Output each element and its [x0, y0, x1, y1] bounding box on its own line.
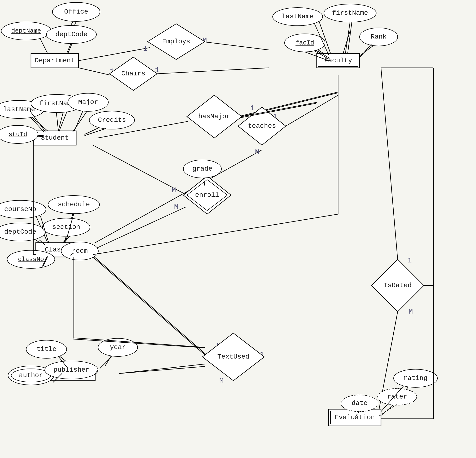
employs-label: Employs [162, 38, 190, 45]
svg-text:M: M [219, 377, 224, 385]
room-label: room [72, 247, 88, 255]
svg-line-98 [93, 214, 338, 255]
svg-line-104 [74, 338, 205, 347]
stu-lastname-label: lastName [3, 106, 35, 113]
svg-line-107 [119, 364, 205, 374]
hasmajor-label: hasMajor [198, 113, 230, 120]
svg-line-67 [360, 44, 372, 58]
svg-line-24 [95, 150, 262, 243]
student-label: Student [41, 134, 69, 142]
svg-line-106 [73, 339, 205, 348]
schedule-label: schedule [58, 201, 90, 208]
grade-label: grade [192, 165, 212, 173]
svg-line-82 [62, 236, 70, 243]
major-label: Major [78, 99, 98, 106]
department-label: Department [35, 57, 75, 64]
svg-line-26 [93, 207, 186, 250]
svg-line-71 [58, 113, 63, 131]
rank-label: Rank [371, 33, 386, 41]
fac-lastname-label: lastName [282, 13, 314, 20]
svg-line-8 [157, 68, 269, 74]
year-label: year [110, 343, 126, 351]
courseno-label: courseNo [4, 206, 36, 213]
svg-line-89 [100, 356, 112, 368]
author-label: author [19, 372, 43, 379]
svg-line-41 [119, 366, 205, 374]
office-label: Office [64, 8, 88, 16]
facid-label: facId [296, 39, 314, 46]
svg-line-77 [59, 112, 67, 131]
svg-line-5 [79, 48, 150, 61]
svg-text:M: M [409, 308, 413, 316]
cls-deptcode-label: deptCode [4, 228, 36, 235]
section-label: section [52, 223, 80, 231]
chairs-label: Chairs [121, 70, 145, 77]
svg-text:1: 1 [408, 257, 412, 265]
rater-label: rater [387, 393, 407, 400]
deptcode-dept-label: deptCode [55, 31, 87, 38]
svg-line-7 [202, 42, 269, 50]
svg-line-23 [286, 95, 338, 126]
svg-text:1: 1 [143, 45, 147, 53]
svg-text:1: 1 [250, 104, 255, 112]
classno-label: classNo [18, 256, 44, 263]
title-label: title [36, 345, 56, 353]
teaches-label: teaches [248, 122, 276, 130]
fac-firstname-label: firstName [332, 9, 368, 17]
svg-line-42 [381, 68, 398, 259]
svg-text:M: M [255, 148, 259, 156]
israted-label: IsRated [384, 282, 412, 289]
svg-line-74 [73, 111, 87, 132]
textused-label: TextUsed [217, 353, 249, 360]
credits-label: Credits [98, 116, 126, 124]
publisher-label: publisher [53, 366, 89, 374]
deptname-label: deptName [11, 27, 41, 34]
stuid-label: stuId [8, 131, 27, 138]
svg-line-6 [79, 68, 110, 75]
svg-text:M: M [174, 203, 178, 211]
svg-text:M: M [172, 186, 176, 194]
rating-label: rating [404, 375, 428, 382]
enroll-label: enroll [195, 191, 219, 199]
date-label: date [351, 400, 367, 407]
